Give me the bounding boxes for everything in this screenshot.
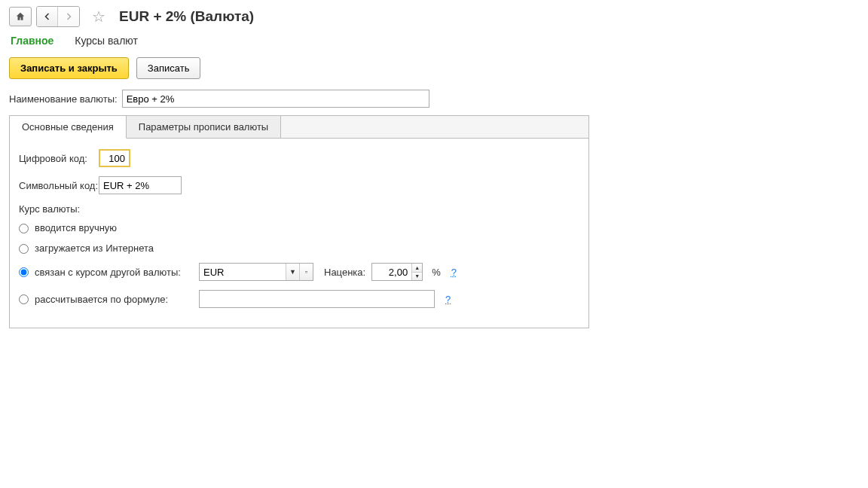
- markup-spinner[interactable]: ▲ ▼: [371, 263, 423, 281]
- symbol-code-label: Символьный код:: [19, 180, 99, 191]
- related-currency-combo[interactable]: ▼ ▫: [199, 263, 313, 281]
- save-close-button[interactable]: Записать и закрыть: [9, 57, 129, 79]
- tab-currency-params[interactable]: Параметры прописи валюты: [127, 116, 281, 139]
- symbol-code-input[interactable]: [99, 176, 182, 194]
- numeric-code-input[interactable]: [99, 149, 130, 167]
- help-link-formula[interactable]: ?: [445, 294, 451, 305]
- currency-name-input[interactable]: [122, 90, 429, 108]
- radio-related-label: связан с курсом другой валюты:: [35, 267, 193, 278]
- open-icon[interactable]: ▫: [299, 264, 313, 280]
- dropdown-icon[interactable]: ▼: [286, 264, 299, 280]
- numeric-code-label: Цифровой код:: [19, 153, 99, 164]
- radio-manual-label: вводится вручную: [35, 222, 117, 233]
- nav-main[interactable]: Главное: [11, 35, 53, 47]
- formula-input[interactable]: [199, 290, 435, 308]
- save-button[interactable]: Записать: [136, 57, 201, 79]
- markup-input[interactable]: [372, 264, 411, 280]
- radio-formula[interactable]: [19, 294, 29, 304]
- related-currency-input[interactable]: [200, 264, 286, 280]
- radio-internet-label: загружается из Интернета: [35, 242, 154, 254]
- help-link-markup[interactable]: ?: [451, 267, 457, 278]
- rate-section-label: Курс валюты:: [19, 203, 579, 215]
- favorite-icon[interactable]: ☆: [92, 8, 105, 26]
- nav-rates[interactable]: Курсы валют: [75, 35, 138, 47]
- spinner-up-icon[interactable]: ▲: [412, 264, 422, 273]
- percent-label: %: [432, 267, 441, 278]
- radio-related[interactable]: [19, 267, 29, 277]
- radio-internet[interactable]: [19, 244, 29, 254]
- radio-manual[interactable]: [19, 224, 29, 233]
- back-button[interactable]: [37, 7, 58, 26]
- spinner-down-icon[interactable]: ▼: [412, 273, 422, 281]
- forward-button[interactable]: [58, 7, 79, 26]
- tab-basic-info[interactable]: Основные сведения: [10, 116, 127, 139]
- markup-label: Наценка:: [324, 267, 365, 278]
- page-title: EUR + 2% (Валюта): [119, 8, 254, 25]
- radio-formula-label: рассчитывается по формуле:: [35, 294, 193, 305]
- currency-name-label: Наименование валюты:: [9, 93, 118, 105]
- home-button[interactable]: [9, 7, 32, 26]
